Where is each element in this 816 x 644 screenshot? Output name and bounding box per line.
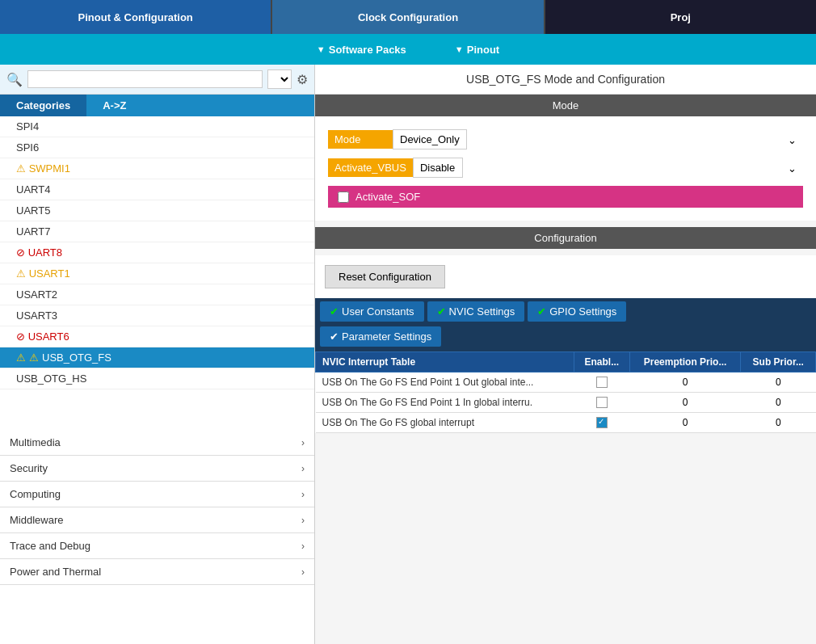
sidebar-section-security[interactable]: Security › bbox=[0, 456, 314, 482]
sidebar-item-usb-otg-fs[interactable]: ⚠ USB_OTG_FS bbox=[0, 347, 314, 368]
expand-icon: › bbox=[301, 515, 305, 526]
config-tab-row2: ✔ Parameter Settings bbox=[315, 325, 816, 351]
nvic-col-header-sub: Sub Prior... bbox=[741, 352, 816, 373]
reset-config-button[interactable]: Reset Configuration bbox=[325, 265, 445, 288]
table-row: USB On The Go FS End Point 1 In global i… bbox=[316, 393, 816, 413]
check-icon: ✔ bbox=[330, 305, 339, 318]
check-icon: ✔ bbox=[537, 305, 546, 318]
nvic-enabled-checkbox-2[interactable] bbox=[596, 417, 608, 428]
nav-pinout-secondary[interactable]: ▼ Pinout bbox=[455, 44, 499, 56]
sidebar-list: SPI4 SPI6 SWPMI1 UART4 UART5 UART7 UART8… bbox=[0, 116, 314, 644]
nvic-preemption-cell: 0 bbox=[629, 393, 741, 413]
activate-vbus-select-wrapper: Disable bbox=[413, 158, 803, 178]
main-layout: 🔍 ⚙ Categories A->Z SPI4 SPI6 SWPMI1 UAR… bbox=[0, 65, 816, 644]
nvic-sub-cell: 0 bbox=[741, 413, 816, 433]
sidebar-item-usart3[interactable]: USART3 bbox=[0, 305, 314, 326]
nvic-sub-cell: 0 bbox=[741, 393, 816, 413]
sidebar-item-spi4[interactable]: SPI4 bbox=[0, 116, 314, 137]
nvic-table: NVIC Interrupt Table Enabl... Preemption… bbox=[315, 351, 816, 433]
nvic-row-name: USB On The Go FS End Point 1 Out global … bbox=[316, 373, 574, 393]
sidebar-section-trace-debug[interactable]: Trace and Debug › bbox=[0, 533, 314, 559]
sidebar-search-bar: 🔍 ⚙ bbox=[0, 65, 314, 95]
activate-vbus-select[interactable]: Disable bbox=[413, 158, 463, 178]
tab-parameter-settings[interactable]: ✔ Parameter Settings bbox=[320, 326, 441, 347]
chevron-down-icon: ▼ bbox=[455, 44, 464, 54]
nvic-enabled-cell bbox=[574, 413, 629, 433]
activate-sof-checkbox[interactable] bbox=[338, 192, 349, 203]
sidebar-item-usart6[interactable]: USART6 bbox=[0, 326, 314, 347]
nvic-enabled-cell bbox=[574, 373, 629, 393]
secondary-navigation: ▼ Software Packs ▼ Pinout bbox=[0, 34, 816, 65]
settings-icon[interactable]: ⚙ bbox=[297, 72, 308, 87]
nvic-col-header-preemption: Preemption Prio... bbox=[629, 352, 741, 373]
search-icon[interactable]: 🔍 bbox=[6, 72, 23, 87]
sidebar-item-uart5[interactable]: UART5 bbox=[0, 200, 314, 221]
sidebar-item-uart8[interactable]: UART8 bbox=[0, 242, 314, 263]
mode-row: Mode Device_Only bbox=[328, 129, 803, 149]
tab-nvic-settings[interactable]: ✔ NVIC Settings bbox=[427, 301, 525, 322]
nvic-sub-cell: 0 bbox=[741, 373, 816, 393]
tab-az[interactable]: A->Z bbox=[86, 95, 142, 116]
tab-gpio-settings[interactable]: ✔ GPIO Settings bbox=[528, 301, 626, 322]
config-section: Reset Configuration ✔ User Constants ✔ N… bbox=[315, 255, 816, 433]
nav-pinout[interactable]: Pinout & Configuration bbox=[0, 0, 272, 34]
config-tabs: ✔ User Constants ✔ NVIC Settings ✔ GPIO … bbox=[315, 298, 816, 325]
sidebar-section-middleware[interactable]: Middleware › bbox=[0, 507, 314, 533]
sidebar-item-usart2[interactable]: USART2 bbox=[0, 284, 314, 305]
nvic-col-header-name: NVIC Interrupt Table bbox=[316, 352, 574, 373]
expand-icon: › bbox=[301, 463, 305, 474]
mode-section-header: Mode bbox=[315, 95, 816, 116]
table-row: USB On The Go FS End Point 1 Out global … bbox=[316, 373, 816, 393]
search-dropdown[interactable] bbox=[267, 69, 292, 89]
sidebar-item-usb-otg-hs[interactable]: USB_OTG_HS bbox=[0, 368, 314, 389]
sidebar-section-computing[interactable]: Computing › bbox=[0, 482, 314, 507]
table-row: USB On The Go FS global interrupt 0 0 bbox=[316, 413, 816, 433]
expand-icon: › bbox=[301, 437, 305, 448]
sidebar: 🔍 ⚙ Categories A->Z SPI4 SPI6 SWPMI1 UAR… bbox=[0, 65, 315, 644]
expand-icon: › bbox=[301, 489, 305, 500]
mode-section: Mode Device_Only Activate_VBUS Disable bbox=[315, 116, 816, 221]
sidebar-item-usart1[interactable]: USART1 bbox=[0, 263, 314, 284]
tab-user-constants[interactable]: ✔ User Constants bbox=[320, 301, 424, 322]
nvic-enabled-checkbox-1[interactable] bbox=[596, 397, 608, 408]
nvic-row-name: USB On The Go FS End Point 1 In global i… bbox=[316, 393, 574, 413]
nav-project[interactable]: Proj bbox=[544, 0, 816, 34]
main-content: USB_OTG_FS Mode and Configuration Mode M… bbox=[315, 65, 816, 644]
nvic-preemption-cell: 0 bbox=[629, 373, 741, 393]
sidebar-section-power-thermal[interactable]: Power and Thermal › bbox=[0, 559, 314, 585]
chevron-down-icon: ▼ bbox=[317, 44, 326, 54]
mode-select-wrapper: Device_Only bbox=[393, 129, 803, 149]
check-icon: ✔ bbox=[330, 330, 339, 343]
mode-select[interactable]: Device_Only bbox=[393, 129, 467, 149]
expand-icon: › bbox=[301, 541, 305, 552]
top-navigation: Pinout & Configuration Clock Configurati… bbox=[0, 0, 816, 34]
activate-sof-row: Activate_SOF bbox=[328, 186, 803, 208]
content-title: USB_OTG_FS Mode and Configuration bbox=[315, 65, 816, 95]
search-input[interactable] bbox=[27, 70, 263, 88]
sidebar-item-swpmi1[interactable]: SWPMI1 bbox=[0, 158, 314, 179]
nvic-enabled-cell bbox=[574, 393, 629, 413]
config-section-header: Configuration bbox=[315, 227, 816, 249]
tab-categories[interactable]: Categories bbox=[0, 95, 86, 116]
activate-sof-label: Activate_SOF bbox=[355, 191, 420, 203]
sidebar-item-uart7[interactable]: UART7 bbox=[0, 221, 314, 242]
sidebar-item-uart4[interactable]: UART4 bbox=[0, 179, 314, 200]
expand-icon: › bbox=[301, 566, 305, 578]
sidebar-section-multimedia[interactable]: Multimedia › bbox=[0, 430, 314, 456]
sidebar-tab-bar: Categories A->Z bbox=[0, 95, 314, 116]
nvic-preemption-cell: 0 bbox=[629, 413, 741, 433]
nav-software-packs[interactable]: ▼ Software Packs bbox=[317, 44, 406, 56]
nav-clock[interactable]: Clock Configuration bbox=[272, 0, 543, 34]
check-icon: ✔ bbox=[437, 305, 446, 318]
sidebar-item-spi6[interactable]: SPI6 bbox=[0, 137, 314, 158]
activate-vbus-label: Activate_VBUS bbox=[328, 158, 413, 177]
nvic-col-header-enabled: Enabl... bbox=[574, 352, 629, 373]
activate-vbus-row: Activate_VBUS Disable bbox=[328, 158, 803, 178]
warning-icon: ⚠ bbox=[29, 351, 39, 364]
mode-label: Mode bbox=[328, 130, 393, 149]
nvic-enabled-checkbox-0[interactable] bbox=[596, 377, 608, 388]
nvic-row-name: USB On The Go FS global interrupt bbox=[316, 413, 574, 433]
